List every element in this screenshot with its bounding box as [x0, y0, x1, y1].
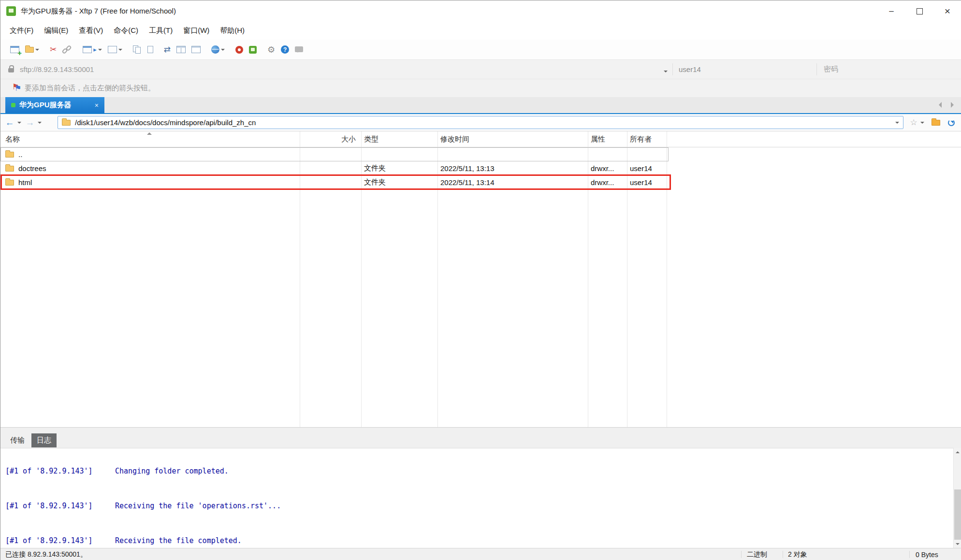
menu-command[interactable]: 命令(C) [108, 24, 144, 38]
column-header-modified[interactable]: 修改时间 [440, 131, 469, 147]
new-transfer-window-icon[interactable]: ▸ [80, 43, 105, 57]
swap-arrows-icon: ⇄ [164, 45, 171, 54]
folder-icon [5, 152, 14, 158]
log-line: [#1 of '8.92.9.143']Changing folder comp… [5, 465, 521, 477]
remote-file-list: 名称 大小 类型 修改时间 属性 所有者 .. doctrees 文件夹 202… [0, 131, 961, 428]
reconnect-icon[interactable] [59, 43, 75, 57]
session-tab-label: 华为GPU服务器 [19, 101, 72, 110]
scrollbar-up-icon[interactable] [954, 448, 961, 456]
copy-icon[interactable] [130, 43, 145, 57]
settings-icon[interactable]: ⚙ [264, 43, 278, 57]
column-header-type[interactable]: 类型 [364, 131, 379, 147]
bottom-tab-bar: 传输 日志 [0, 432, 961, 448]
xshell-icon[interactable] [233, 43, 246, 57]
log-panel[interactable]: [#1 of '8.92.9.143']Changing folder comp… [0, 448, 953, 548]
tab-close-icon[interactable]: × [95, 101, 99, 109]
column-header-owner[interactable]: 所有者 [630, 131, 652, 147]
menu-help[interactable]: 帮助(H) [215, 24, 250, 38]
path-input[interactable]: /disk1/user14/wzb/docs/docs/mindspore/ap… [58, 116, 903, 129]
menu-window[interactable]: 窗口(W) [178, 24, 215, 38]
transfer-window-glyph [83, 46, 92, 53]
field-divider [816, 63, 817, 75]
xftp-app-icon [6, 6, 16, 16]
disconnect-icon[interactable]: ✂ [47, 43, 59, 57]
scrollbar-down-icon[interactable] [954, 540, 961, 548]
remote-pane-icon[interactable] [189, 43, 204, 57]
feedback-icon[interactable] [292, 43, 306, 57]
open-session-icon[interactable] [22, 43, 42, 57]
paste-icon[interactable] [145, 43, 156, 57]
globe-icon [211, 45, 219, 54]
swap-panes-icon[interactable]: ⇄ [161, 43, 174, 57]
menu-edit[interactable]: 编辑(E) [39, 24, 73, 38]
scrollbar-thumb[interactable] [954, 489, 961, 540]
web-browser-icon[interactable] [208, 43, 228, 57]
xftp-icon[interactable] [246, 43, 260, 57]
notice-bar: ⚑⚑ 要添加当前会话，点击左侧的箭头按钮。 [0, 79, 961, 97]
refresh-icon[interactable] [945, 114, 958, 131]
table-row-doctrees[interactable]: doctrees 文件夹 2022/5/11, 13:13 drwxr... u… [0, 161, 669, 175]
favorites-chevron-icon[interactable] [919, 114, 925, 131]
local-pane-icon[interactable] [174, 43, 189, 57]
session-tab[interactable]: 华为GPU服务器 × [5, 97, 104, 113]
log-content: [#1 of '8.92.9.143']Changing folder comp… [5, 448, 521, 548]
tab-log[interactable]: 日志 [31, 433, 57, 447]
chevron-down-icon[interactable] [664, 71, 668, 74]
close-button[interactable]: × [933, 0, 961, 22]
table-row-parent-dir[interactable]: .. [0, 147, 669, 161]
help-icon[interactable]: ? [278, 43, 292, 57]
back-button[interactable]: ← [3, 114, 16, 131]
documents-icon [133, 45, 142, 54]
menu-bar: 文件(F) 编辑(E) 查看(V) 命令(C) 工具(T) 窗口(W) 帮助(H… [0, 22, 961, 40]
back-history-chevron-icon[interactable] [16, 114, 23, 131]
column-header-attrs[interactable]: 属性 [591, 131, 605, 147]
chevron-down-icon[interactable] [98, 49, 102, 53]
menu-view[interactable]: 查看(V) [73, 24, 108, 38]
lock-icon [8, 68, 14, 72]
file-modified-cell: 2022/5/11, 13:13 [440, 161, 495, 175]
forward-history-chevron-icon[interactable] [36, 114, 43, 131]
forward-button[interactable]: → [24, 114, 36, 131]
connection-status: 已连接 8.92.9.143:50001。 [5, 548, 87, 560]
chevron-down-icon[interactable] [35, 49, 39, 53]
column-header-size[interactable]: 大小 [300, 131, 356, 147]
chevron-down-icon[interactable] [118, 49, 122, 53]
folder-open-icon [25, 47, 34, 53]
status-divider [741, 551, 742, 558]
chevron-down-icon[interactable] [895, 122, 899, 126]
menu-file[interactable]: 文件(F) [4, 24, 39, 38]
file-list-header: 名称 大小 类型 修改时间 属性 所有者 [0, 131, 961, 147]
sort-ascending-icon [147, 132, 152, 135]
home-folder-icon[interactable] [930, 114, 942, 131]
size-status: 0 Bytes [916, 548, 938, 560]
minimize-button[interactable]: – [877, 0, 905, 22]
title-bar: 华为GPU服务器 - Xftp 7 (Free for Home/School)… [0, 0, 961, 22]
password-field[interactable]: 密码 [819, 60, 961, 79]
column-header-name[interactable]: 名称 [5, 131, 20, 147]
maximize-button[interactable] [905, 0, 933, 22]
maximize-icon [917, 8, 923, 14]
file-owner-cell: user14 [630, 161, 652, 175]
scissors-icon: ✂ [50, 45, 57, 54]
pane-glyph [191, 46, 201, 53]
pane-splitter[interactable] [0, 428, 961, 432]
new-session-icon[interactable]: + [7, 43, 22, 57]
tab-transfer[interactable]: 传输 [6, 433, 29, 447]
chevron-down-icon[interactable] [221, 49, 225, 53]
log-line: [#1 of '8.92.9.143']Receiving the file c… [5, 535, 521, 546]
flag-icon: ⚑⚑ [12, 84, 20, 93]
folder-icon [62, 120, 71, 126]
file-name-cell: .. [5, 147, 22, 161]
username-field[interactable]: user14 [675, 60, 815, 79]
terminal-window-icon[interactable] [105, 43, 125, 57]
field-divider [672, 63, 673, 75]
tab-scroll-right-icon[interactable] [951, 102, 954, 108]
tab-scroll-left-icon[interactable] [939, 102, 942, 108]
terminal-glyph [108, 46, 117, 53]
question-mark-icon: ? [281, 45, 289, 54]
favorites-star-icon[interactable]: ☆ [908, 114, 919, 131]
log-scrollbar[interactable] [953, 448, 961, 548]
session-url-field[interactable]: sftp://8.92.9.143:50001 [20, 60, 94, 79]
toolbar: + ✂ ▸ ⇄ ⚙ ? [0, 40, 961, 60]
menu-tools[interactable]: 工具(T) [144, 24, 178, 38]
